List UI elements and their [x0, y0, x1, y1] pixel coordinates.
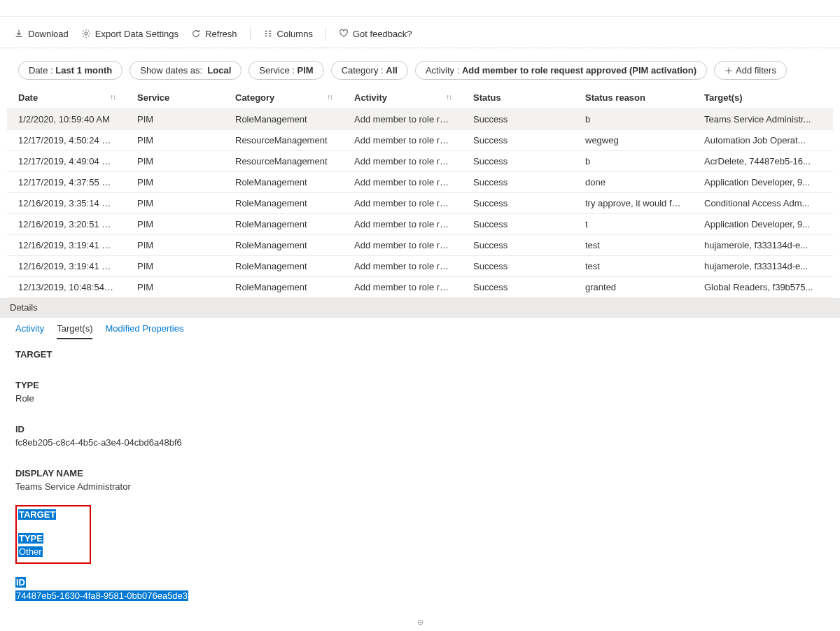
- details-body: TARGET TYPE Role ID fc8eb205-c8c4-4b5c-a…: [0, 339, 840, 614]
- refresh-button[interactable]: Refresh: [191, 29, 237, 39]
- export-settings-button[interactable]: Export Data Settings: [81, 29, 178, 39]
- cell-date: 12/13/2019, 10:48:54 AM: [7, 277, 126, 298]
- table-row[interactable]: 12/16/2019, 3:20:51 PMPIMRoleManagementA…: [7, 214, 833, 235]
- target-heading: TARGET: [15, 349, 825, 360]
- table-row[interactable]: 12/16/2019, 3:19:41 PMPIMRoleManagementA…: [7, 256, 833, 277]
- cell-service: PIM: [126, 214, 224, 235]
- cell-activity: Add member to role req...: [343, 277, 462, 298]
- table-row[interactable]: 12/16/2019, 3:35:14 PMPIMRoleManagementA…: [7, 193, 833, 214]
- cell-activity: Add member to role req...: [343, 193, 462, 214]
- feedback-label: Got feedback?: [353, 29, 412, 39]
- displayname-value: Teams Service Administrator: [15, 481, 825, 492]
- heart-icon: [339, 29, 349, 38]
- cell-status: Success: [462, 214, 574, 235]
- sel-target-heading: TARGET: [18, 509, 56, 520]
- cell-targets: AcrDelete, 74487eb5-16...: [693, 151, 833, 172]
- cell-targets: Conditional Access Adm...: [693, 193, 833, 214]
- tab-targets[interactable]: Target(s): [57, 323, 92, 339]
- table-row[interactable]: 1/2/2020, 10:59:40 AMPIMRoleManagementAd…: [7, 109, 833, 130]
- cell-date: 1/2/2020, 10:59:40 AM: [7, 109, 126, 130]
- cell-service: PIM: [126, 193, 224, 214]
- tab-activity[interactable]: Activity: [15, 323, 44, 339]
- cell-reason: test: [574, 256, 693, 277]
- highlighted-target-box: TARGET TYPE Other: [15, 505, 91, 564]
- col-status[interactable]: Status: [462, 87, 574, 109]
- cell-category: RoleManagement: [224, 109, 343, 130]
- cell-activity: Add member to role req...: [343, 130, 462, 151]
- displayname-label: DISPLAY NAME: [15, 468, 825, 478]
- details-tabs: Activity Target(s) Modified Properties: [0, 318, 840, 339]
- cell-service: PIM: [126, 256, 224, 277]
- toolbar: Download Export Data Settings Refresh Co…: [0, 20, 840, 48]
- table-row[interactable]: 12/17/2019, 4:50:24 PMPIMResourceManagem…: [7, 130, 833, 151]
- cell-date: 12/17/2019, 4:37:55 PM: [7, 172, 126, 193]
- filter-activity[interactable]: Activity : Add member to role request ap…: [415, 61, 707, 80]
- filter-showdates[interactable]: Show dates as: Local: [130, 61, 241, 80]
- cell-reason: test: [574, 235, 693, 256]
- filter-category[interactable]: Category : All: [331, 61, 408, 80]
- download-button[interactable]: Download: [14, 29, 69, 39]
- cell-status: Success: [462, 193, 574, 214]
- cell-activity: Add member to role req...: [343, 172, 462, 193]
- cell-targets: hujamerole, f333134d-e...: [693, 235, 833, 256]
- cell-status: Success: [462, 130, 574, 151]
- cell-date: 12/16/2019, 3:19:41 PM: [7, 235, 126, 256]
- id-value: fc8eb205-c8c4-4b5c-a3e4-04cbd6a48bf6: [15, 437, 825, 448]
- audit-table: Date↑↓ Service Category↑↓ Activity↑↓ Sta…: [7, 87, 833, 298]
- table-row[interactable]: 12/13/2019, 10:48:54 AMPIMRoleManagement…: [7, 277, 833, 298]
- cell-status: Success: [462, 151, 574, 172]
- cell-reason: b: [574, 109, 693, 130]
- cell-category: ResourceManagement: [224, 151, 343, 172]
- cell-status: Success: [462, 172, 574, 193]
- filter-icon: [724, 66, 733, 75]
- type-label: TYPE: [15, 380, 825, 390]
- tab-modified-properties[interactable]: Modified Properties: [105, 323, 183, 339]
- cell-service: PIM: [126, 235, 224, 256]
- cell-activity: Add member to role req...: [343, 214, 462, 235]
- col-date[interactable]: Date↑↓: [7, 87, 126, 109]
- cell-category: RoleManagement: [224, 235, 343, 256]
- cell-activity: Add member to role req...: [343, 109, 462, 130]
- resize-handle[interactable]: ⊖: [0, 618, 840, 627]
- col-activity[interactable]: Activity↑↓: [343, 87, 462, 109]
- filter-service[interactable]: Service : PIM: [248, 61, 323, 80]
- cell-service: PIM: [126, 151, 224, 172]
- refresh-label: Refresh: [205, 29, 237, 39]
- cell-status: Success: [462, 109, 574, 130]
- refresh-icon: [191, 29, 201, 38]
- columns-label: Columns: [277, 29, 313, 39]
- table-row[interactable]: 12/17/2019, 4:37:55 PMPIMRoleManagementA…: [7, 172, 833, 193]
- cell-reason: try approve, it would fail...: [574, 193, 693, 214]
- cell-activity: Add member to role req...: [343, 256, 462, 277]
- filter-date[interactable]: Date : Last 1 month: [18, 61, 122, 80]
- cell-service: PIM: [126, 109, 224, 130]
- cell-category: RoleManagement: [224, 214, 343, 235]
- cell-reason: done: [574, 172, 693, 193]
- cell-targets: Teams Service Administr...: [693, 109, 833, 130]
- download-label: Download: [28, 29, 69, 39]
- table-row[interactable]: 12/16/2019, 3:19:41 PMPIMRoleManagementA…: [7, 235, 833, 256]
- add-filters-button[interactable]: Add filters: [714, 61, 787, 80]
- cell-activity: Add member to role req...: [343, 235, 462, 256]
- columns-button[interactable]: Columns: [263, 29, 313, 39]
- feedback-button[interactable]: Got feedback?: [339, 29, 412, 39]
- cell-category: RoleManagement: [224, 193, 343, 214]
- col-status-reason[interactable]: Status reason: [574, 87, 693, 109]
- cell-activity: Add member to role req...: [343, 151, 462, 172]
- id-label: ID: [15, 424, 825, 434]
- cell-reason: granted: [574, 277, 693, 298]
- col-service[interactable]: Service: [126, 87, 224, 109]
- download-icon: [14, 29, 24, 38]
- columns-icon: [263, 29, 273, 38]
- table-row[interactable]: 12/17/2019, 4:49:04 PMPIMResourceManagem…: [7, 151, 833, 172]
- cell-date: 12/17/2019, 4:50:24 PM: [7, 130, 126, 151]
- cell-targets: Application Developer, 9...: [693, 214, 833, 235]
- cell-date: 12/17/2019, 4:49:04 PM: [7, 151, 126, 172]
- col-targets[interactable]: Target(s): [693, 87, 833, 109]
- sel-type-label: TYPE: [18, 533, 43, 544]
- cell-date: 12/16/2019, 3:35:14 PM: [7, 193, 126, 214]
- cell-reason: b: [574, 151, 693, 172]
- type-value: Role: [15, 393, 825, 404]
- sel-id-value: 74487eb5-1630-4fa8-9581-0bb076ea5de3: [15, 590, 188, 601]
- col-category[interactable]: Category↑↓: [224, 87, 343, 109]
